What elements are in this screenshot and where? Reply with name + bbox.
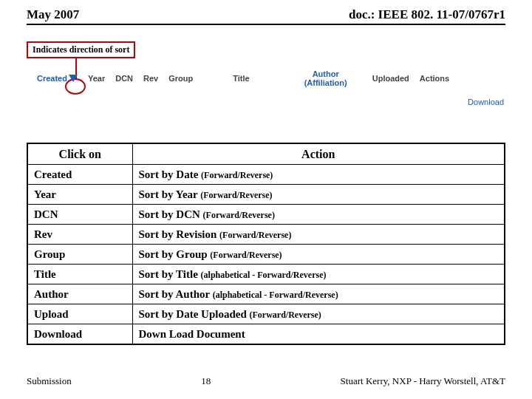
table-row: DownloadDown Load Document — [27, 324, 505, 345]
row-action-suffix: (alphabetical - Forward/Reverse) — [213, 290, 338, 300]
row-clickon: Title — [27, 265, 132, 284]
header-docref: doc.: IEEE 802. 11-07/0767r1 — [349, 7, 505, 22]
row-action-main: Sort by Title — [139, 268, 201, 280]
row-clickon: Group — [27, 245, 132, 265]
row-clickon: Created — [27, 165, 132, 185]
col-uploaded[interactable]: Uploaded — [372, 74, 409, 83]
row-clickon: Download — [27, 324, 132, 345]
footer-page: 18 — [201, 375, 211, 387]
sort-direction-callout: Indicates direction of sort — [27, 41, 135, 58]
footer: Submission 18 Stuart Kerry, NXP - Harry … — [0, 375, 532, 387]
col-created-label: Created — [37, 74, 67, 83]
column-header-row: Created Year DCN Rev Group Title Author … — [22, 69, 510, 108]
row-action-main: Sort by Date — [139, 168, 202, 180]
row-action: Sort by Date (Forward/Reverse) — [132, 165, 505, 185]
th-action: Action — [132, 143, 505, 165]
footer-right: Stuart Kerry, NXP - Harry Worstell, AT&T — [341, 375, 505, 387]
callout-text: Indicates direction of sort — [33, 44, 129, 55]
row-clickon: Author — [27, 284, 132, 304]
footer-left: Submission — [27, 375, 72, 387]
row-action-suffix: (alphabetical - Forward/Reverse) — [201, 270, 327, 280]
col-title[interactable]: Title — [233, 74, 249, 83]
col-author[interactable]: Author (Affiliation) — [304, 69, 347, 87]
row-action: Sort by Title (alphabetical - Forward/Re… — [132, 265, 505, 284]
row-action-suffix: (Forward/Reverse) — [203, 210, 275, 220]
table-row: RevSort by Revision (Forward/Reverse) — [27, 225, 505, 245]
download-link[interactable]: Download — [468, 98, 504, 106]
row-action: Down Load Document — [132, 324, 505, 345]
table-row: GroupSort by Group (Forward/Reverse) — [27, 245, 505, 265]
row-action-suffix: (Forward/Reverse) — [200, 190, 272, 200]
col-actions[interactable]: Actions — [420, 74, 449, 83]
col-created[interactable]: Created — [37, 74, 78, 83]
header-date: May 2007 — [27, 7, 79, 22]
col-author-line2: (Affiliation) — [304, 78, 347, 87]
row-action-main: Sort by Group — [139, 248, 211, 260]
col-rev[interactable]: Rev — [143, 74, 158, 83]
row-clickon: Year — [27, 185, 132, 205]
col-author-line1: Author — [313, 69, 339, 78]
table-head-row: Click on Action — [27, 143, 505, 165]
header-rule — [27, 24, 505, 25]
sort-actions-table: Click on Action CreatedSort by Date (For… — [27, 143, 505, 345]
row-action-main: Sort by DCN — [139, 208, 203, 220]
table-row: CreatedSort by Date (Forward/Reverse) — [27, 165, 505, 185]
row-action: Sort by Revision (Forward/Reverse) — [132, 225, 505, 245]
header-bar: May 2007 doc.: IEEE 802. 11-07/0767r1 — [0, 0, 532, 24]
row-clickon: DCN — [27, 205, 132, 225]
row-action-main: Sort by Author — [139, 288, 213, 300]
col-group[interactable]: Group — [168, 74, 193, 83]
row-action-suffix: (Forward/Reverse) — [219, 230, 291, 240]
row-action-main: Sort by Revision — [139, 228, 220, 240]
row-action: Sort by Year (Forward/Reverse) — [132, 185, 505, 205]
row-action-suffix: (Forward/Reverse) — [210, 250, 282, 260]
table-row: DCNSort by DCN (Forward/Reverse) — [27, 205, 505, 225]
table-row: UploadSort by Date Uploaded (Forward/Rev… — [27, 304, 505, 324]
row-action: Sort by Group (Forward/Reverse) — [132, 245, 505, 265]
col-year[interactable]: Year — [88, 74, 105, 83]
table-row: AuthorSort by Author (alphabetical - For… — [27, 284, 505, 304]
col-dcn[interactable]: DCN — [115, 74, 133, 83]
row-action: Sort by Author (alphabetical - Forward/R… — [132, 284, 505, 304]
th-clickon: Click on — [27, 143, 132, 165]
row-action: Sort by DCN (Forward/Reverse) — [132, 205, 505, 225]
row-action-suffix: (Forward/Reverse) — [201, 170, 273, 180]
row-action-main: Sort by Year — [139, 188, 201, 200]
sort-desc-icon — [69, 75, 78, 82]
table-row: YearSort by Year (Forward/Reverse) — [27, 185, 505, 205]
row-clickon: Upload — [27, 304, 132, 324]
row-action-main: Sort by Date Uploaded — [139, 308, 250, 320]
row-clickon: Rev — [27, 225, 132, 245]
row-action-suffix: (Forward/Reverse) — [250, 310, 321, 320]
row-action-main: Down Load Document — [139, 328, 245, 340]
table-row: TitleSort by Title (alphabetical - Forwa… — [27, 265, 505, 284]
row-action: Sort by Date Uploaded (Forward/Reverse) — [132, 304, 505, 324]
